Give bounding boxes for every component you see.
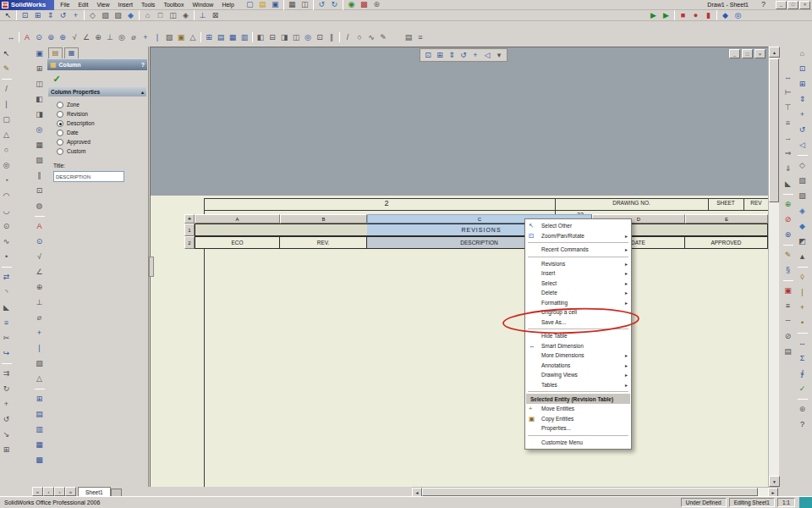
scale-entities-icon[interactable]: ↘: [0, 428, 13, 441]
coordinate-system-icon[interactable]: +: [796, 301, 809, 314]
zoom-to-fit-icon[interactable]: ⊡: [19, 9, 31, 22]
line-icon[interactable]: /: [0, 83, 13, 96]
check-icon[interactable]: ✓: [796, 383, 809, 395]
menu-toolbox[interactable]: Toolbox: [159, 1, 188, 8]
note-icon[interactable]: A: [33, 220, 46, 233]
context-menu-item-save-as[interactable]: Save As...: [526, 318, 630, 328]
layer-properties-icon[interactable]: ▤: [403, 31, 414, 44]
next-sheet-icon[interactable]: ›: [54, 487, 65, 496]
options-icon[interactable]: ⊛: [796, 403, 809, 416]
linear-sketch-pattern-icon[interactable]: ⇉: [0, 367, 13, 380]
zoom-to-area-icon[interactable]: ⊞: [31, 9, 44, 22]
column-header-a[interactable]: A: [195, 214, 280, 224]
column-properties-header[interactable]: Column Properties ▴: [48, 87, 146, 97]
vertical-dimension-icon[interactable]: ⊤: [782, 102, 794, 114]
previous-view-icon[interactable]: ◁: [796, 139, 809, 152]
three-point-arc-icon[interactable]: ◡: [0, 205, 13, 218]
radio-date[interactable]: Date: [47, 128, 148, 137]
projected-view-icon[interactable]: ⊟: [266, 31, 278, 44]
hole-callout-icon[interactable]: ⌀: [33, 312, 46, 324]
bill-of-materials-icon[interactable]: ▦: [33, 439, 46, 451]
print-preview-icon[interactable]: ◫: [299, 0, 311, 11]
design-table-icon[interactable]: ▩: [33, 454, 46, 467]
autodimension-icon[interactable]: ⊛: [782, 229, 794, 241]
rotate-entities-icon[interactable]: ↺: [0, 413, 13, 426]
first-sheet-icon[interactable]: «: [32, 487, 43, 496]
view-orientation-icon[interactable]: ⌂: [141, 9, 154, 22]
tangent-arc-icon[interactable]: ◠: [0, 190, 13, 202]
stacked-balloon-icon[interactable]: ⊚: [45, 31, 57, 44]
rotate-view-icon[interactable]: ↺: [458, 49, 469, 62]
table-cell-rev[interactable]: REV.: [280, 236, 367, 249]
last-sheet-icon[interactable]: »: [65, 487, 76, 496]
zoom-to-fit-icon[interactable]: ⊡: [796, 63, 809, 75]
restore-document-icon[interactable]: □: [742, 49, 753, 58]
undo-icon[interactable]: ↺: [315, 0, 328, 11]
run-macro-icon[interactable]: ▶: [647, 9, 660, 22]
context-menu-item-hide-table[interactable]: Hide Table: [526, 331, 630, 341]
note-icon[interactable]: A: [21, 31, 33, 44]
top-view-icon[interactable]: ◫: [167, 9, 179, 22]
centerline-annotation-icon[interactable]: |: [33, 342, 46, 355]
vertical-scrollbar[interactable]: ▲ ▼: [768, 47, 779, 487]
reference-plane-icon[interactable]: ◊: [796, 271, 809, 284]
sketch-icon[interactable]: ✎: [0, 63, 13, 75]
standard-3-view-icon[interactable]: ▦: [33, 139, 46, 152]
hole-table-icon[interactable]: ▥: [33, 423, 46, 436]
normal-to-icon[interactable]: ⊥: [196, 9, 209, 22]
line-icon[interactable]: /: [342, 31, 354, 44]
radio-approved[interactable]: Approved: [47, 137, 148, 146]
center-mark-icon[interactable]: +: [33, 327, 46, 340]
scroll-down-icon[interactable]: ▼: [769, 476, 780, 487]
stop-icon[interactable]: ■: [677, 9, 689, 22]
context-menu-item-annotations[interactable]: Annotations▸: [526, 361, 630, 371]
context-menu-item-select[interactable]: Select▸: [526, 279, 630, 289]
select-icon[interactable]: ↖: [2, 9, 14, 22]
row-header-1[interactable]: 1: [184, 224, 195, 236]
revision-symbol-icon[interactable]: △: [33, 373, 46, 385]
context-menu-item-ungroup-a-cell[interactable]: Ungroup a cell: [526, 307, 630, 318]
spline-icon[interactable]: ∿: [365, 31, 377, 44]
zoom-in-out-icon[interactable]: ⇕: [44, 9, 57, 22]
ellipse-icon[interactable]: ⊙: [0, 220, 13, 233]
table-move-handle[interactable]: +: [184, 214, 195, 224]
hole-callout-icon[interactable]: ⌀: [128, 31, 140, 44]
shadows-icon[interactable]: ◩: [796, 235, 809, 248]
alternate-position-icon[interactable]: ◍: [33, 200, 46, 213]
convert-entities-icon[interactable]: ↪: [0, 347, 13, 360]
line-thickness-icon[interactable]: ≡: [782, 300, 794, 312]
hidden-lines-removed-icon[interactable]: ▨: [796, 190, 809, 202]
center-mark-icon[interactable]: +: [140, 31, 151, 44]
circle-icon[interactable]: ○: [0, 144, 13, 157]
propertymanager-tab-icon[interactable]: ▦: [64, 47, 79, 58]
next-tab-stub[interactable]: [111, 489, 122, 496]
detail-view-icon[interactable]: ◎: [33, 124, 46, 136]
hide-show-edges-icon[interactable]: ⊘: [782, 330, 794, 343]
break-view-icon[interactable]: ∥: [326, 31, 337, 44]
geometric-tolerance-icon[interactable]: ⊕: [92, 31, 104, 44]
shaded-icon[interactable]: ◆: [796, 220, 809, 233]
smart-dimension-icon[interactable]: ↔: [5, 31, 17, 44]
rebuild-icon[interactable]: ◉: [345, 0, 358, 11]
ordinate-dimension-icon[interactable]: →: [782, 132, 794, 145]
minimize-window-icon[interactable]: _: [776, 1, 787, 9]
open-icon[interactable]: ▤: [256, 0, 269, 11]
line-format-icon[interactable]: ≡: [414, 31, 426, 44]
context-menu-item-insert[interactable]: Insert▸: [526, 268, 630, 279]
context-menu-item-zoom-pan-rotate[interactable]: ⊡Zoom/Pan/Rotate▸: [526, 231, 630, 241]
general-table-icon[interactable]: ⊞: [203, 31, 215, 44]
crop-view-icon[interactable]: ⊡: [314, 31, 326, 44]
datum-target-icon[interactable]: ◎: [116, 31, 128, 44]
auxiliary-view-icon[interactable]: ◨: [278, 31, 290, 44]
circular-sketch-pattern-icon[interactable]: ↻: [0, 383, 13, 395]
horizontal-dimension-icon[interactable]: ⊢: [782, 86, 794, 99]
previous-sheet-icon[interactable]: ‹: [43, 487, 54, 496]
edrawings-icon[interactable]: ◎: [732, 9, 744, 22]
move-entities-icon[interactable]: +: [0, 398, 13, 411]
hidden-lines-removed-icon[interactable]: ▨: [112, 9, 124, 22]
offset-entities-icon[interactable]: ≡: [0, 317, 13, 329]
auxiliary-view-icon[interactable]: ◫: [33, 78, 46, 91]
measure-icon[interactable]: ↔: [796, 337, 809, 350]
section-properties-icon[interactable]: ∮: [796, 367, 809, 380]
help-icon[interactable]: ?: [757, 0, 770, 11]
